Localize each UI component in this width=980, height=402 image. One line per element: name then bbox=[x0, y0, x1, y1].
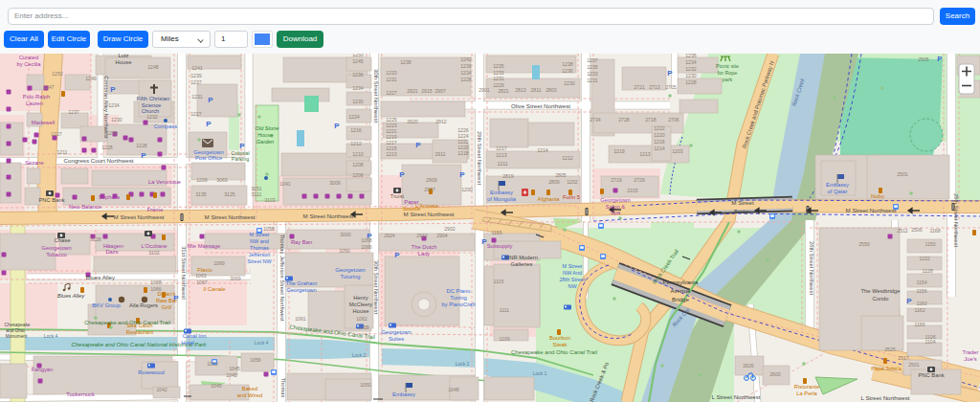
svg-text:1162: 1162 bbox=[914, 307, 924, 313]
svg-text:P: P bbox=[415, 141, 421, 149]
svg-text:and Ohio: and Ohio bbox=[6, 328, 25, 333]
svg-text:2819: 2819 bbox=[502, 173, 514, 179]
svg-text:L'Annese: L'Annese bbox=[415, 203, 438, 209]
svg-text:1211: 1211 bbox=[497, 161, 507, 167]
svg-text:2734: 2734 bbox=[590, 117, 601, 123]
svg-text:1160: 1160 bbox=[916, 301, 926, 306]
svg-text:1206: 1206 bbox=[352, 172, 364, 178]
svg-text:1220: 1220 bbox=[654, 132, 665, 138]
svg-text:1066: 1066 bbox=[150, 286, 162, 292]
svg-text:Compass: Compass bbox=[154, 123, 178, 129]
svg-text:1053: 1053 bbox=[207, 361, 218, 367]
svg-text:1154: 1154 bbox=[916, 279, 926, 285]
svg-text:1227: 1227 bbox=[51, 131, 62, 137]
svg-text:1228: 1228 bbox=[685, 79, 697, 85]
svg-text:1237: 1237 bbox=[587, 57, 598, 63]
svg-text:1212: 1212 bbox=[350, 141, 362, 146]
svg-text:Old Stone: Old Stone bbox=[256, 125, 278, 131]
svg-text:Restaurant: Restaurant bbox=[126, 329, 154, 335]
svg-text:Lauren: Lauren bbox=[26, 100, 43, 106]
svg-text:1236: 1236 bbox=[460, 63, 472, 69]
svg-text:1156: 1156 bbox=[916, 288, 926, 294]
svg-text:1231: 1231 bbox=[587, 78, 598, 83]
svg-text:Georgetown: Georgetown bbox=[600, 197, 631, 203]
svg-text:1228: 1228 bbox=[136, 143, 147, 148]
svg-text:1069: 1069 bbox=[213, 260, 225, 266]
svg-text:of Mongolia: of Mongolia bbox=[487, 196, 517, 202]
svg-text:29th Street Northwest: 29th Street Northwest bbox=[477, 131, 482, 185]
svg-text:of Qatar: of Qatar bbox=[828, 189, 848, 194]
svg-text:Monument: Monument bbox=[6, 334, 28, 339]
svg-text:2315: 2315 bbox=[627, 188, 638, 193]
svg-text:1232: 1232 bbox=[685, 66, 697, 72]
svg-text:Chesapeake and Ohio Canal Trai: Chesapeake and Ohio Canal Trail bbox=[511, 349, 597, 355]
svg-text:2525: 2525 bbox=[884, 346, 896, 352]
svg-text:2512: 2512 bbox=[897, 228, 908, 234]
svg-text:2809: 2809 bbox=[548, 179, 560, 185]
svg-text:Bourbon: Bourbon bbox=[549, 335, 570, 341]
svg-text:Baked: Baked bbox=[242, 386, 257, 391]
svg-text:Georgetown: Georgetown bbox=[335, 267, 366, 273]
svg-text:2805: 2805 bbox=[555, 172, 567, 178]
svg-text:1150: 1150 bbox=[924, 241, 935, 247]
svg-text:Lutz: Lutz bbox=[119, 54, 129, 58]
svg-text:2550: 2550 bbox=[858, 241, 870, 247]
svg-text:1068: 1068 bbox=[361, 237, 372, 243]
svg-text:1235: 1235 bbox=[493, 63, 504, 69]
svg-text:2501: 2501 bbox=[908, 362, 920, 368]
svg-text:30th Street Northwest: 30th Street Northwest bbox=[373, 69, 379, 123]
svg-text:Garden: Garden bbox=[256, 139, 274, 145]
svg-text:Georgetown: Georgetown bbox=[286, 287, 317, 293]
svg-text:Sephora: Sephora bbox=[99, 194, 121, 200]
svg-text:1217: 1217 bbox=[496, 145, 507, 151]
svg-text:1237: 1237 bbox=[190, 79, 202, 85]
svg-text:Frame: Frame bbox=[147, 207, 164, 212]
svg-text:Embassy: Embassy bbox=[392, 391, 415, 397]
svg-text:1062: 1062 bbox=[356, 316, 368, 322]
svg-text:3009: 3009 bbox=[329, 180, 341, 186]
svg-text:1253: 1253 bbox=[52, 71, 63, 77]
svg-text:1214: 1214 bbox=[537, 147, 548, 153]
svg-text:and Wired: and Wired bbox=[237, 392, 262, 398]
svg-text:2517: 2517 bbox=[898, 355, 909, 361]
svg-text:M Street: M Street bbox=[563, 263, 583, 269]
svg-text:for Rope: for Rope bbox=[718, 70, 737, 76]
svg-text:Curated: Curated bbox=[19, 55, 39, 60]
svg-text:1045: 1045 bbox=[226, 372, 237, 378]
svg-text:2713: 2713 bbox=[649, 84, 660, 90]
svg-text:Georgetown: Georgetown bbox=[381, 329, 412, 335]
svg-text:Post Office: Post Office bbox=[195, 155, 222, 161]
svg-text:Raw Bar: Raw Bar bbox=[156, 298, 177, 303]
svg-text:Alla Rogers: Alla Rogers bbox=[129, 302, 158, 308]
svg-text:Embassy: Embassy bbox=[490, 190, 513, 195]
svg-text:Suites: Suites bbox=[389, 336, 404, 342]
svg-text:Condo: Condo bbox=[872, 296, 888, 302]
svg-text:3102: 3102 bbox=[148, 250, 160, 256]
svg-text:1227: 1227 bbox=[386, 90, 397, 96]
svg-text:Steak: Steak bbox=[553, 342, 568, 347]
svg-text:1203: 1203 bbox=[672, 148, 683, 154]
svg-text:1238: 1238 bbox=[400, 59, 412, 65]
svg-text:1166: 1166 bbox=[914, 322, 924, 327]
svg-text:30th Street Northwest: 30th Street Northwest bbox=[373, 260, 379, 314]
svg-text:McCleery: McCleery bbox=[349, 302, 373, 307]
svg-text:2912: 2912 bbox=[435, 119, 447, 124]
svg-text:Jefferson: Jefferson bbox=[249, 252, 271, 257]
svg-text:Tutoring: Tutoring bbox=[340, 274, 360, 279]
svg-text:1208: 1208 bbox=[352, 162, 364, 168]
svg-text:Congress Court Northwest: Congress Court Northwest bbox=[64, 157, 134, 164]
svg-text:1228: 1228 bbox=[101, 145, 113, 150]
svg-text:1058: 1058 bbox=[358, 324, 369, 330]
svg-text:2924: 2924 bbox=[384, 233, 395, 238]
svg-text:1245: 1245 bbox=[352, 58, 364, 64]
svg-text:2920: 2920 bbox=[407, 119, 418, 124]
svg-text:P: P bbox=[141, 151, 146, 160]
svg-text:1241: 1241 bbox=[191, 65, 203, 71]
svg-text:P: P bbox=[206, 120, 212, 128]
svg-text:Madewell: Madewell bbox=[32, 120, 56, 125]
svg-text:1050: 1050 bbox=[360, 382, 371, 388]
svg-text:Trader: Trader bbox=[963, 349, 979, 355]
svg-text:Mie Massage: Mie Massage bbox=[188, 243, 220, 249]
svg-text:1238: 1238 bbox=[562, 61, 573, 67]
svg-text:1045: 1045 bbox=[211, 383, 222, 389]
